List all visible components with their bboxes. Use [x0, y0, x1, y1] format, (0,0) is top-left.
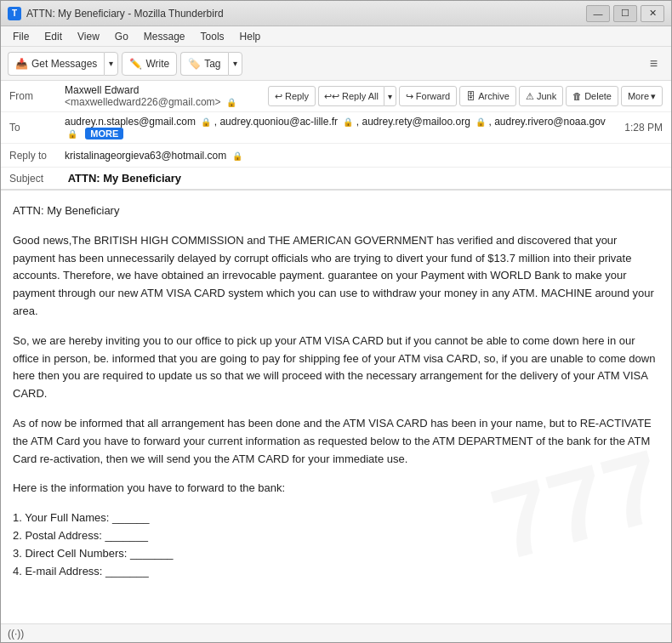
to-value: audrey.n.staples@gmail.com 🔒 , audrey.qu…: [65, 116, 618, 139]
window-title: ATTN: My Beneficiary - Mozilla Thunderbi…: [26, 8, 586, 20]
email-greeting: ATTN: My Beneficiary: [13, 202, 659, 220]
minimize-button[interactable]: —: [586, 5, 610, 22]
forward-label: Forward: [416, 91, 450, 101]
maximize-button[interactable]: ☐: [613, 5, 637, 22]
reply-all-arrow[interactable]: ▾: [384, 86, 396, 106]
more-recipients-badge[interactable]: MORE: [85, 128, 123, 139]
menu-go[interactable]: Go: [108, 29, 135, 44]
reply-all-label: Reply All: [342, 91, 379, 101]
from-row: From Maxwell Edward <maxwelledward226@gm…: [1, 81, 671, 112]
delete-button[interactable]: 🗑 Delete: [566, 86, 618, 106]
get-messages-icon: 📥: [15, 58, 28, 70]
main-window: T ATTN: My Beneficiary - Mozilla Thunder…: [0, 0, 672, 643]
tag-label: Tag: [204, 58, 220, 70]
email-header: From Maxwell Edward <maxwelledward226@gm…: [1, 81, 671, 191]
tag-dropdown: 🏷️ Tag ▾: [180, 52, 242, 76]
subject-value: ATTN: My Beneficiary: [68, 172, 181, 185]
archive-icon: 🗄: [466, 91, 476, 101]
archive-label: Archive: [478, 91, 510, 101]
list-item-1: 1. Your Full Names: ______: [13, 511, 149, 524]
forward-button[interactable]: ↪ Forward: [399, 86, 457, 106]
email-list: 1. Your Full Names: ______ 2. Postal Add…: [13, 509, 659, 580]
to-address-1: audrey.n.staples@gmail.com: [65, 116, 196, 128]
email-paragraph-2: So, we are hereby inviting you to our of…: [13, 333, 659, 403]
from-name: Maxwell Edward: [65, 84, 139, 96]
reply-to-verify-icon: 🔒: [232, 151, 242, 161]
tag-button[interactable]: 🏷️ Tag: [180, 52, 227, 76]
email-action-buttons: ↩ Reply ↩↩ Reply All ▾ ↪ Forward 🗄 Arch: [268, 86, 663, 106]
toolbar: 📥 Get Messages ▾ ✏️ Write 🏷️ Tag ▾ ≡: [1, 47, 671, 81]
menu-message[interactable]: Message: [137, 29, 192, 44]
reply-all-button[interactable]: ↩↩ Reply All: [318, 86, 384, 106]
from-label: From: [9, 90, 65, 102]
menu-view[interactable]: View: [71, 29, 106, 44]
more-arrow-icon: ▾: [651, 91, 656, 102]
window-controls: — ☐ ✕: [586, 5, 664, 22]
email-content: ATTN: My Beneficiary Good news,The BRITI…: [13, 202, 659, 580]
archive-button[interactable]: 🗄 Archive: [459, 86, 516, 106]
email-paragraph-3: As of now be informed that all arrangeme…: [13, 415, 659, 468]
write-button[interactable]: ✏️ Write: [122, 52, 177, 76]
get-messages-dropdown: 📥 Get Messages ▾: [8, 52, 118, 76]
reply-to-email: kristalinageorgieva63@hotmail.com: [65, 150, 226, 162]
more-button[interactable]: More ▾: [621, 86, 663, 106]
to-address-4: audrey.rivero@noaa.gov: [494, 116, 606, 128]
reply-icon: ↩: [275, 91, 282, 102]
to-verify-2: 🔒: [343, 117, 353, 127]
get-messages-label: Get Messages: [31, 58, 97, 70]
to-verify-4: 🔒: [67, 129, 77, 139]
close-button[interactable]: ✕: [641, 5, 664, 22]
get-messages-button[interactable]: 📥 Get Messages: [8, 52, 104, 76]
tag-icon: 🏷️: [188, 58, 201, 70]
junk-icon: ⚠: [526, 91, 534, 102]
subject-label: Subject: [9, 173, 65, 185]
list-item-4: 4. E-mail Address: _______: [13, 565, 149, 578]
to-verify-1: 🔒: [201, 117, 211, 127]
app-icon: T: [8, 7, 21, 20]
subject-row: Subject ATTN: My Beneficiary: [1, 168, 671, 190]
junk-button[interactable]: ⚠ Junk: [519, 86, 563, 106]
menu-help[interactable]: Help: [233, 29, 268, 44]
delete-label: Delete: [584, 91, 612, 101]
from-email: <maxwelledward226@gmail.com>: [65, 96, 221, 108]
menu-tools[interactable]: Tools: [194, 29, 231, 44]
status-icon: ((·)): [8, 628, 24, 640]
to-address-2: audrey.quoniou@ac-lille.fr: [219, 116, 338, 128]
to-address-3: audrey.rety@mailoo.org: [362, 116, 470, 128]
reply-all-split: ↩↩ Reply All ▾: [318, 86, 396, 106]
tag-arrow[interactable]: ▾: [228, 52, 242, 76]
reply-to-row: Reply to kristalinageorgieva63@hotmail.c…: [1, 144, 671, 168]
to-label: To: [9, 122, 65, 134]
write-icon: ✏️: [129, 58, 142, 70]
from-value: Maxwell Edward <maxwelledward226@gmail.c…: [65, 84, 268, 108]
reply-all-icon: ↩↩: [324, 91, 339, 102]
hamburger-menu[interactable]: ≡: [643, 53, 664, 75]
get-messages-arrow[interactable]: ▾: [104, 52, 118, 76]
from-verify-icon: 🔒: [226, 98, 236, 107]
write-label: Write: [145, 58, 169, 70]
junk-label: Junk: [537, 91, 556, 101]
email-timestamp: 1:28 PM: [624, 122, 663, 134]
to-verify-3: 🔒: [476, 117, 486, 127]
reply-label: Reply: [285, 91, 309, 101]
menu-edit[interactable]: Edit: [37, 29, 69, 44]
delete-icon: 🗑: [572, 91, 582, 101]
menu-file[interactable]: File: [6, 29, 36, 44]
status-bar: ((·)): [1, 623, 671, 642]
reply-to-value: kristalinageorgieva63@hotmail.com 🔒: [65, 150, 663, 162]
to-row: To audrey.n.staples@gmail.com 🔒 , audrey…: [1, 112, 671, 144]
email-body: 777 ATTN: My Beneficiary Good news,The B…: [1, 191, 671, 623]
list-item-3: 3. Direct Cell Numbers: _______: [13, 547, 174, 560]
list-item-2: 2. Postal Address: _______: [13, 529, 148, 542]
email-paragraph-1: Good news,The BRITISH HIGH COMMISSION an…: [13, 232, 659, 321]
more-label: More: [628, 91, 649, 101]
menu-bar: File Edit View Go Message Tools Help: [1, 26, 671, 47]
reply-button[interactable]: ↩ Reply: [268, 86, 316, 106]
reply-to-label: Reply to: [9, 150, 65, 162]
forward-icon: ↪: [406, 91, 413, 102]
title-bar: T ATTN: My Beneficiary - Mozilla Thunder…: [1, 1, 671, 26]
email-paragraph-4: Here is the information you have to forw…: [13, 480, 659, 498]
